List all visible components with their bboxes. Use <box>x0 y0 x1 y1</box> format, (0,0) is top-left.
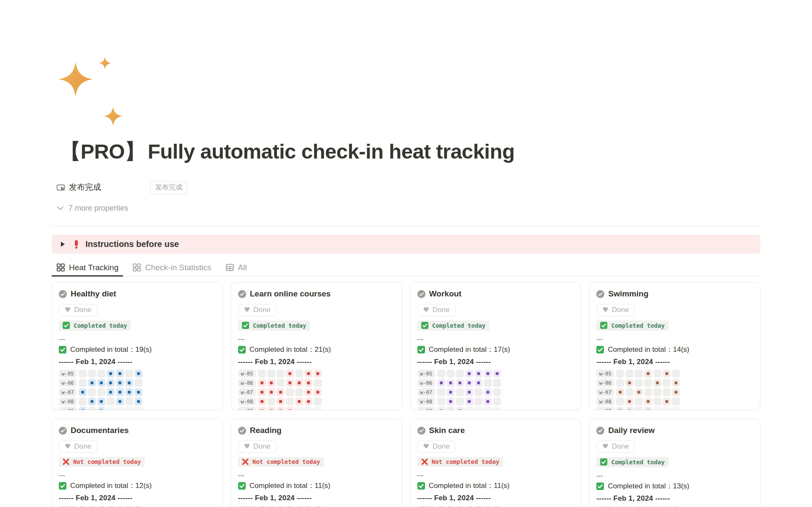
card-header: Learn online courses <box>238 289 395 299</box>
heat-cell-empty <box>134 379 143 387</box>
toggle-triangle-icon[interactable] <box>58 241 67 247</box>
done-label: Done <box>74 442 91 451</box>
week-label: w-07 <box>417 388 435 396</box>
separator-dashes: --- <box>238 472 395 479</box>
habit-card[interactable]: Healthy diet♥DoneCompleted today---Compl… <box>52 282 223 410</box>
heat-cell-empty <box>653 388 661 396</box>
date-header: ------ Feb 1, 2024 ------ <box>238 494 395 502</box>
heatmap: w-05w-06w-07w-08w-09 <box>596 370 753 410</box>
heart-icon: ♥ <box>65 307 71 313</box>
habit-card[interactable]: Skin care♥DoneNot completed today---Comp… <box>410 419 582 507</box>
heat-cell-checked <box>258 397 266 406</box>
week-label: w-06 <box>596 379 614 387</box>
heat-cell-empty <box>635 379 643 387</box>
heat-cell-empty <box>447 370 455 378</box>
habit-card[interactable]: Documentaries♥DoneNot completed today---… <box>52 419 223 507</box>
sparkles-icon <box>58 56 125 126</box>
total-label: Completed in total：11(s) <box>429 481 510 491</box>
heat-cell-empty <box>277 370 285 378</box>
heat-cell-empty <box>663 388 671 396</box>
week-label: w-09 <box>417 407 435 410</box>
today-status-tag: Completed today <box>59 321 131 331</box>
heatmap-row: w-05 <box>417 370 574 378</box>
heat-cell-checked <box>125 379 133 387</box>
today-status-label: Not completed today <box>252 458 320 465</box>
heat-cell-checked <box>456 379 464 387</box>
heat-cell-checked <box>304 370 313 378</box>
heat-cell-empty <box>635 370 643 378</box>
done-label: Done <box>74 306 91 314</box>
heat-cell-future <box>304 407 313 410</box>
property-value-chip[interactable]: 发布完成 <box>150 181 187 194</box>
heatmap-row: w-08 <box>59 397 216 406</box>
today-status-tag: Not completed today <box>238 457 324 467</box>
habit-card[interactable]: Daily review♥DoneCompleted today---Compl… <box>589 419 760 507</box>
property-name[interactable]: 发布完成 <box>56 182 150 193</box>
heat-cell-empty <box>456 370 464 378</box>
heat-cell-empty <box>653 397 661 406</box>
heatmap-row: w-09 <box>238 407 395 410</box>
heat-cell-empty <box>644 379 652 387</box>
week-label: w-08 <box>59 397 77 406</box>
heat-cell-empty <box>314 379 322 387</box>
more-properties-toggle[interactable]: 7 more properties <box>57 204 128 213</box>
heat-cell-checked <box>644 397 652 406</box>
heat-cell-checked <box>644 370 652 378</box>
separator-dashes: --- <box>417 472 574 479</box>
total-row: Completed in total：19(s) <box>59 345 216 354</box>
red-cross-icon <box>63 458 69 465</box>
heatmap-row: w-05 <box>596 370 753 378</box>
habit-card[interactable]: Workout♥DoneCompleted today---Completed … <box>410 282 582 410</box>
heat-cell-future <box>653 407 661 410</box>
heat-cell-empty <box>79 397 87 406</box>
tab-all[interactable]: All <box>221 259 252 276</box>
heat-cell-checked <box>314 370 322 378</box>
total-row: Completed in total：14(s) <box>596 345 753 354</box>
circle-check-icon <box>596 427 604 435</box>
gallery-view-icon <box>133 263 141 271</box>
heatmap-row: w-05 <box>59 370 216 378</box>
heat-cell-future <box>672 407 680 410</box>
page-icon-sparkles[interactable] <box>58 56 125 126</box>
habit-card[interactable]: Learn online courses♥DoneCompleted today… <box>231 282 402 410</box>
heat-cell-empty <box>97 370 105 378</box>
heat-cell-empty <box>644 388 652 396</box>
heat-cell-empty <box>437 388 445 396</box>
heatmap-row: w-06 <box>596 379 753 387</box>
card-title: Daily review <box>608 426 655 435</box>
heat-cell-checked <box>465 379 473 387</box>
tab-heat-tracking[interactable]: Heat Tracking <box>52 259 123 276</box>
separator-dashes: --- <box>596 336 753 343</box>
week-label: w-06 <box>59 379 77 387</box>
heat-cell-checked <box>277 397 285 406</box>
heat-cell-checked <box>663 397 671 406</box>
green-check-icon <box>417 482 425 490</box>
week-label: w-07 <box>596 388 614 396</box>
heat-cell-checked <box>125 388 133 396</box>
habit-card[interactable]: Swimming♥DoneCompleted today---Completed… <box>589 282 760 410</box>
habit-card[interactable]: Reading♥DoneNot completed today---Comple… <box>231 419 402 507</box>
heat-cell-empty <box>616 370 624 378</box>
instructions-callout[interactable]: Instructions before use <box>52 235 760 254</box>
tab-check-in-statistics[interactable]: Check-in Statistics <box>128 259 216 276</box>
page-title: 【PRO】Fully automatic check-in heat track… <box>60 138 760 166</box>
heat-cell-checked <box>267 379 275 387</box>
heatmap: w-05w-06w-07w-08w-09 <box>238 370 395 410</box>
card-title: Reading <box>250 426 282 435</box>
week-label: w-09 <box>238 407 256 410</box>
today-status-label: Completed today <box>74 322 127 329</box>
heat-cell-empty <box>475 397 483 406</box>
heat-cell-checked <box>616 388 624 396</box>
heat-cell-empty <box>88 370 96 378</box>
heat-cell-empty <box>447 407 455 410</box>
heat-cell-empty <box>493 388 501 396</box>
heat-cell-empty <box>286 397 294 406</box>
green-check-icon <box>600 458 607 466</box>
total-label: Completed in total：17(s) <box>429 345 510 354</box>
card-title: Documentaries <box>71 426 129 435</box>
divider <box>52 226 760 226</box>
heat-cell-empty <box>79 370 87 378</box>
heat-cell-checked <box>437 407 445 410</box>
heatmap-row: w-09 <box>417 407 574 410</box>
heat-cell-future <box>475 407 483 410</box>
